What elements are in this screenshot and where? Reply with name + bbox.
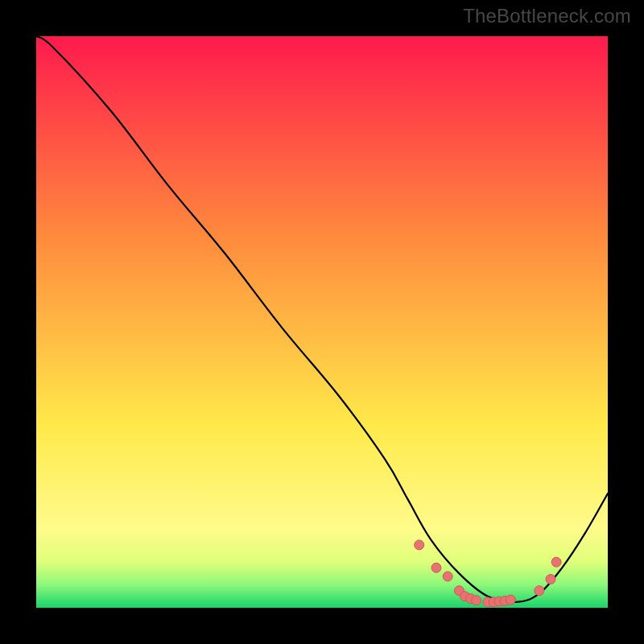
chart-svg xyxy=(36,36,608,608)
chart-frame: TheBottleneck.com xyxy=(0,0,644,644)
data-marker xyxy=(535,586,544,596)
data-marker xyxy=(415,540,424,550)
gradient-background xyxy=(36,36,608,608)
data-marker xyxy=(506,595,515,605)
data-marker xyxy=(472,596,481,605)
plot-area xyxy=(36,36,608,608)
data-marker xyxy=(443,572,452,581)
data-marker xyxy=(551,557,561,567)
data-marker xyxy=(546,575,555,584)
watermark-text: TheBottleneck.com xyxy=(463,5,631,27)
data-marker xyxy=(431,563,441,572)
